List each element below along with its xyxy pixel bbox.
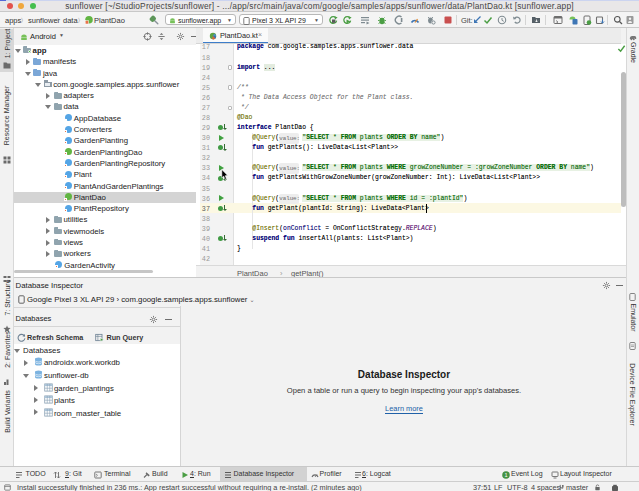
svg-text:1: 1 xyxy=(505,472,508,478)
